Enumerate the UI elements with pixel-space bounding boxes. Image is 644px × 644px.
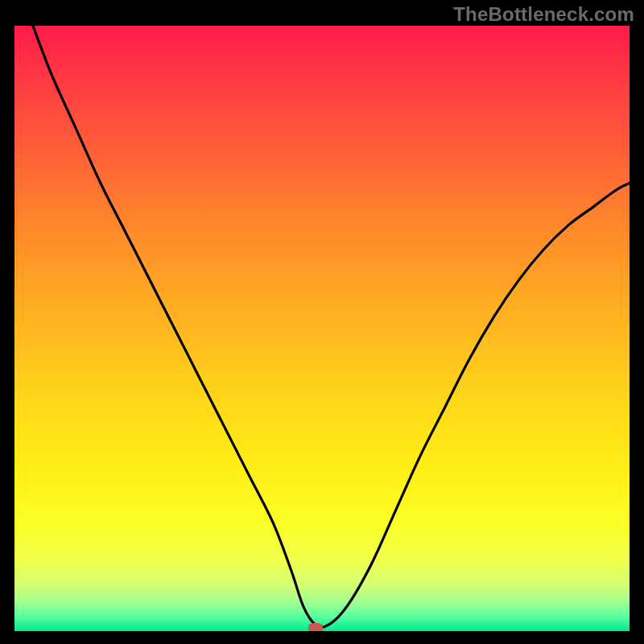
watermark-text: TheBottleneck.com xyxy=(453,3,634,26)
chart-frame: TheBottleneck.com xyxy=(0,0,644,644)
curve-svg xyxy=(14,26,630,631)
v-curve xyxy=(33,26,630,627)
plot-area xyxy=(14,26,630,631)
minimum-marker xyxy=(308,623,323,631)
